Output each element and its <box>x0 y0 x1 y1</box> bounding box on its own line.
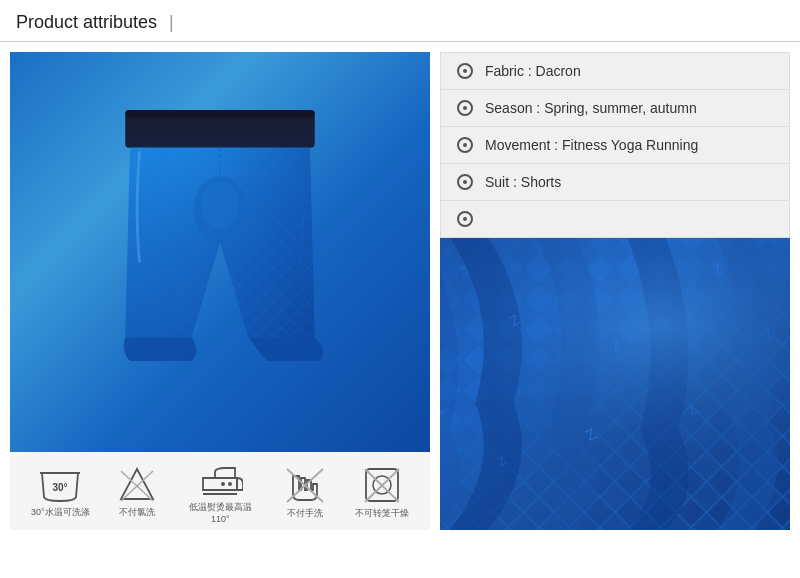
wash-icon-wrapper: 30° <box>38 467 82 503</box>
attr-icon-movement <box>457 137 473 153</box>
attr-icon-suit <box>457 174 473 190</box>
no-tumble-wrapper <box>363 466 401 504</box>
no-hand-wash-wrapper <box>285 466 325 504</box>
no-tumble-icon <box>363 466 401 504</box>
svg-point-11 <box>228 482 232 486</box>
attribute-row-fabric: Fabric : Dacron <box>441 53 789 90</box>
attr-icon-empty <box>457 211 473 227</box>
iron-icon <box>197 462 243 498</box>
left-column: 30° 30°水温可洗涤 不付氯洗 <box>10 52 430 530</box>
no-bleach-icon <box>119 467 155 503</box>
attr-label-fabric: Fabric : Dacron <box>485 63 581 79</box>
attr-label-movement: Movement : Fitness Yoga Running <box>485 137 698 153</box>
care-icon-no-hand-wash: 不付手洗 <box>285 466 325 520</box>
attribute-row-suit: Suit : Shorts <box>441 164 789 201</box>
page-header: Product attributes | <box>0 0 800 42</box>
no-tumble-label: 不可转笼干燥 <box>355 507 409 520</box>
care-icon-no-tumble: 不可转笼干燥 <box>355 466 409 520</box>
attr-icon-season <box>457 100 473 116</box>
care-icon-wash: 30° 30°水温可洗涤 <box>31 467 90 519</box>
svg-point-4 <box>201 181 239 228</box>
fabric-texture-image: Z Z Z Z Z Z Z Z Z Z Z Z Z <box>440 238 790 530</box>
wash-label: 30°水温可洗涤 <box>31 506 90 519</box>
right-panel: Fabric : Dacron Season : Spring, summer,… <box>440 52 790 530</box>
care-icon-no-bleach: 不付氯洗 <box>119 467 155 519</box>
attribute-row-season: Season : Spring, summer, autumn <box>441 90 789 127</box>
wash-icon: 30° <box>38 467 82 503</box>
attr-label-suit: Suit : Shorts <box>485 174 561 190</box>
attributes-panel: Fabric : Dacron Season : Spring, summer,… <box>440 52 790 238</box>
iron-label: 低温熨烫最高温110° <box>185 501 255 524</box>
product-image <box>10 52 430 452</box>
header-divider: | <box>169 12 174 33</box>
attr-label-season: Season : Spring, summer, autumn <box>485 100 697 116</box>
svg-rect-2 <box>125 110 314 118</box>
fabric-pattern-svg: Z Z Z Z Z Z Z Z Z Z Z Z Z <box>440 238 790 530</box>
svg-text:30°: 30° <box>53 482 68 493</box>
no-bleach-label: 不付氯洗 <box>119 506 155 519</box>
svg-marker-6 <box>121 469 153 499</box>
svg-rect-21 <box>440 238 790 530</box>
care-icon-iron: 低温熨烫最高温110° <box>185 462 255 524</box>
care-icons-row: 30° 30°水温可洗涤 不付氯洗 <box>10 452 430 530</box>
no-hand-wash-label: 不付手洗 <box>287 507 323 520</box>
attribute-row-movement: Movement : Fitness Yoga Running <box>441 127 789 164</box>
attr-icon-fabric <box>457 63 473 79</box>
main-content: 30° 30°水温可洗涤 不付氯洗 <box>0 42 800 530</box>
iron-wrapper <box>197 462 243 498</box>
attribute-row-empty <box>441 201 789 237</box>
no-bleach-wrapper <box>119 467 155 503</box>
page-title: Product attributes <box>16 12 157 33</box>
product-illustration <box>60 72 380 432</box>
svg-point-10 <box>221 482 225 486</box>
no-hand-wash-icon <box>285 466 325 504</box>
